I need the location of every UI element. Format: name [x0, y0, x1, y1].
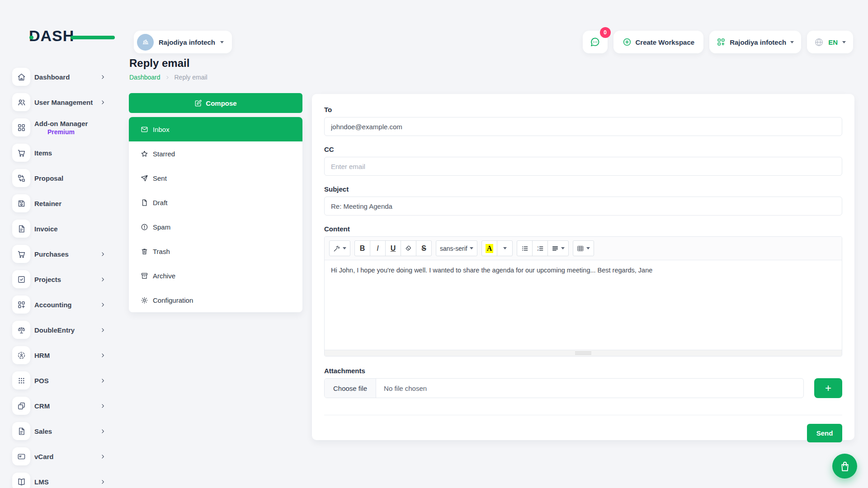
form-footer: Send	[324, 415, 842, 442]
magic-wand-icon	[333, 245, 340, 252]
editor-content-area[interactable]: Hi John, I hope you're doing well. I wan…	[325, 260, 842, 350]
mail-folder-label: Configuration	[153, 296, 193, 304]
sidebar-item[interactable]: LMS	[0, 469, 119, 488]
sidebar-item-label: Invoice	[34, 225, 106, 233]
mail-folder-item[interactable]: Archive	[129, 263, 302, 288]
create-workspace-button[interactable]: Create Workspace	[613, 31, 704, 53]
chevron-down-icon	[343, 247, 346, 249]
sidebar-item-label: vCard	[34, 452, 100, 461]
svg-text:1: 1	[537, 245, 538, 248]
mail-folder-item[interactable]: Sent	[129, 166, 302, 190]
mail-folder-item[interactable]: Inbox	[129, 117, 302, 141]
editor-resize-bar[interactable]	[325, 350, 842, 356]
sidebar-item[interactable]: Purchases	[0, 241, 119, 267]
sidebar-item-icon	[12, 422, 30, 440]
sidebar-item[interactable]: POS	[0, 368, 119, 393]
shop-floating-button[interactable]	[832, 454, 857, 479]
chevron-right-icon	[100, 378, 106, 384]
editor-ordered-list-button[interactable]: 12	[532, 240, 548, 256]
sidebar-item-icon	[12, 321, 30, 339]
language-code: EN	[828, 38, 838, 46]
subject-input[interactable]	[324, 197, 842, 216]
mail-folder-icon	[141, 174, 148, 182]
sidebar-item-label: Sales	[34, 427, 100, 436]
compose-button[interactable]: Compose	[129, 93, 302, 113]
editor-unordered-list-button[interactable]	[517, 240, 533, 256]
chevron-right-icon	[100, 302, 106, 308]
cc-label: CC	[324, 145, 842, 153]
sidebar-item-icon	[12, 371, 30, 389]
editor-clear-format-button[interactable]	[401, 240, 416, 256]
editor-color-caret-button[interactable]	[497, 240, 513, 256]
file-input[interactable]: Choose file No file chosen	[324, 378, 804, 398]
content-label: Content	[324, 225, 842, 233]
mail-folder-item[interactable]: Spam	[129, 215, 302, 239]
to-input[interactable]	[324, 117, 842, 136]
editor-bold-button[interactable]: B	[354, 240, 370, 256]
editor-color-button[interactable]: A	[481, 240, 498, 256]
sidebar-item-icon	[12, 245, 30, 263]
chevron-down-icon	[586, 247, 590, 249]
sidebar-item[interactable]: Projects	[0, 267, 119, 292]
sidebar-item[interactable]: Retainer	[0, 191, 119, 216]
company-selector[interactable]: Rajodiya infotech	[709, 31, 801, 53]
mail-folder-label: Draft	[153, 199, 168, 206]
rich-text-editor: B I U S sans-serif A	[324, 236, 842, 357]
sidebar-item[interactable]: CRM	[0, 393, 119, 418]
sidebar-item[interactable]: Dashboard	[0, 64, 119, 89]
editor-underline-button[interactable]: U	[385, 240, 401, 256]
sidebar-item-icon	[12, 169, 30, 187]
sidebar-item-label: Projects	[34, 275, 100, 284]
cc-input[interactable]	[324, 157, 842, 176]
sidebar-item-icon	[12, 220, 30, 238]
chevron-down-icon	[470, 247, 473, 249]
mail-folder-item[interactable]: Configuration	[129, 288, 302, 312]
sidebar-item-label: Items	[34, 149, 106, 157]
editor-table-button[interactable]	[573, 240, 594, 256]
sidebar-item[interactable]: vCard	[0, 444, 119, 469]
sidebar-item[interactable]: Proposal	[0, 165, 119, 191]
messages-button[interactable]: 0	[583, 31, 608, 53]
choose-file-button[interactable]: Choose file	[325, 379, 376, 398]
sidebar-item-icon	[12, 473, 30, 488]
attachments-label: Attachments	[324, 367, 842, 375]
company-name: Rajodiya infotech	[730, 38, 786, 46]
editor-strikethrough-button[interactable]: S	[416, 240, 432, 256]
language-selector[interactable]: EN	[807, 31, 853, 53]
workspace-selector[interactable]: Rajodiya infotech	[134, 31, 232, 53]
editor-italic-button[interactable]: I	[370, 240, 386, 256]
numbered-list-icon: 12	[537, 245, 544, 252]
mail-folder-item[interactable]: Trash	[129, 239, 302, 263]
chevron-right-icon	[100, 403, 106, 409]
sidebar-item[interactable]: HRM	[0, 343, 119, 368]
sidebar-item[interactable]: Invoice	[0, 216, 119, 241]
editor-paragraph-button[interactable]	[547, 240, 569, 256]
breadcrumb-dashboard-link[interactable]: Dashboard	[129, 74, 160, 81]
sidebar-item[interactable]: Add-on Manager Premium	[0, 115, 119, 140]
sidebar-item-icon	[12, 144, 30, 162]
mail-folder-item[interactable]: Starred	[129, 141, 302, 166]
compose-icon	[194, 99, 202, 107]
mail-folder-label: Archive	[153, 272, 175, 280]
plus-circle-icon	[623, 38, 632, 47]
sidebar-item[interactable]: Sales	[0, 418, 119, 444]
app-logo[interactable]: DASH	[29, 27, 97, 47]
sidebar-item[interactable]: Items	[0, 140, 119, 165]
sidebar-item-label: CRM	[34, 402, 100, 410]
page-title: Reply email	[129, 57, 189, 70]
chevron-right-icon	[100, 327, 106, 333]
editor-font-dropdown[interactable]: sans-serif	[436, 240, 477, 256]
editor-style-button[interactable]	[329, 240, 350, 256]
send-button[interactable]: Send	[807, 424, 842, 442]
mail-folder-label: Trash	[153, 248, 170, 255]
add-attachment-button[interactable]: +	[814, 378, 842, 398]
sidebar-item[interactable]: User Management	[0, 89, 119, 115]
mail-folder-icon	[141, 126, 148, 133]
mail-folder-label: Sent	[153, 174, 167, 182]
sidebar-item[interactable]: DoubleEntry	[0, 317, 119, 343]
mail-folder-item[interactable]: Draft	[129, 190, 302, 215]
messages-badge: 0	[600, 27, 611, 38]
sidebar-item-icon	[12, 118, 30, 136]
sidebar-item[interactable]: Accounting	[0, 292, 119, 317]
font-color-icon: A	[486, 244, 494, 253]
